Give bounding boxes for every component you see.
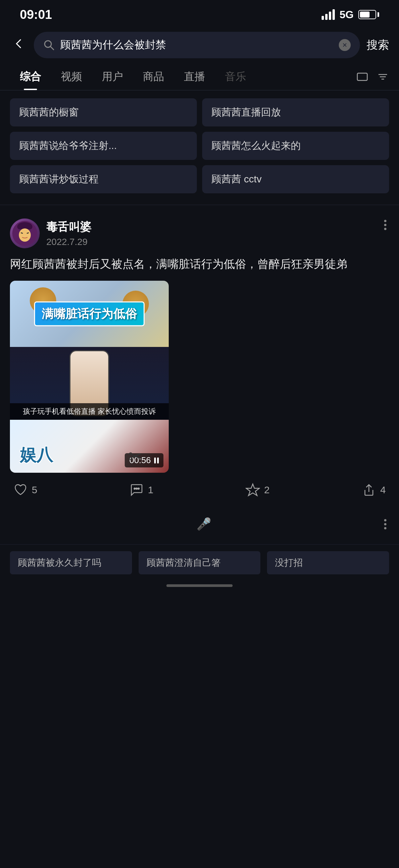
post-text: 网红顾茜茜被封后又被点名，满嘴脏话行为低俗，曾醉后狂亲男徒弟 — [10, 255, 389, 273]
like-action[interactable]: 5 — [13, 483, 37, 497]
battery-icon — [358, 10, 379, 19]
tab-音乐[interactable]: 音乐 — [215, 64, 256, 90]
bottom-tag-3[interactable]: 没打招 — [267, 551, 389, 575]
filter-icon[interactable] — [376, 70, 389, 83]
video-bottom-section: 娱八 ✂ 00:56 — [10, 420, 169, 473]
pause-icon — [154, 458, 159, 463]
mic-icon[interactable]: 🎤 — [197, 514, 211, 534]
status-icons: 5G — [322, 9, 379, 21]
svg-rect-2 — [357, 73, 367, 81]
video-bottom-text: 娱八 — [20, 444, 53, 466]
home-indicator — [166, 584, 233, 587]
bottom-bar: 🎤 — [0, 510, 399, 538]
video-middle-section: 孩子玩手机看低俗直播 家长忧心愤而投诉 — [10, 347, 169, 420]
suggestion-1[interactable]: 顾茜茜的橱窗 — [10, 98, 197, 126]
tab-视频[interactable]: 视频 — [51, 64, 92, 90]
search-button[interactable]: 搜索 — [367, 37, 389, 53]
share-icon — [362, 483, 376, 497]
tab-综合[interactable]: 综合 — [10, 64, 51, 90]
star-count: 2 — [264, 484, 270, 496]
like-count: 5 — [32, 484, 37, 496]
star-icon — [245, 483, 260, 497]
svg-line-1 — [51, 47, 54, 50]
star-action[interactable]: 2 — [245, 483, 270, 497]
suggestion-4[interactable]: 顾茜茜怎么火起来的 — [202, 132, 389, 160]
user-info: 毒舌叫婆 2022.7.29 — [46, 219, 91, 247]
svg-marker-14 — [246, 484, 259, 496]
svg-point-9 — [27, 224, 32, 229]
video-subtitle: 孩子玩手机看低俗直播 家长忧心愤而投诉 — [10, 403, 169, 420]
comment-action[interactable]: 1 — [129, 483, 154, 497]
status-bar: 09:01 5G — [0, 0, 399, 27]
post-header: 毒舌叫婆 2022.7.29 — [10, 218, 389, 248]
post-card: 毒舌叫婆 2022.7.29 网红顾茜茜被封后又被点名，满嘴脏话行为低俗，曾醉后… — [0, 209, 399, 510]
heart-icon — [13, 483, 28, 497]
scissors-icon: ✂ — [128, 447, 142, 466]
suggestion-2[interactable]: 顾茜茜直播回放 — [202, 98, 389, 126]
svg-point-13 — [138, 488, 139, 489]
clear-button[interactable]: × — [339, 39, 351, 51]
bottom-tag-1[interactable]: 顾茜茜被永久封了吗 — [10, 551, 132, 575]
suggestion-3[interactable]: 顾茜茜说给爷爷注射... — [10, 132, 197, 160]
bottom-preview: 顾茜茜被永久封了吗 顾茜茜澄清自己箸 没打招 — [0, 544, 399, 581]
comment-icon — [129, 483, 144, 497]
divider — [0, 205, 399, 205]
post-actions: 5 1 2 4 — [10, 473, 389, 500]
search-icon — [43, 39, 55, 51]
svg-point-8 — [17, 224, 23, 229]
username: 毒舌叫婆 — [46, 219, 91, 235]
post-more-button[interactable] — [381, 218, 389, 231]
search-area: 顾茜茜为什么会被封禁 × 搜索 — [0, 27, 399, 64]
post-date: 2022.7.29 — [46, 237, 91, 247]
signal-icon — [322, 9, 335, 20]
svg-point-11 — [134, 488, 135, 489]
bottom-tag-2[interactable]: 顾茜茜澄清自己箸 — [139, 551, 261, 575]
suggestions-grid: 顾茜茜的橱窗 顾茜茜直播回放 顾茜茜说给爷爷注射... 顾茜茜怎么火起来的 顾茜… — [0, 90, 399, 201]
share-action[interactable]: 4 — [362, 483, 386, 497]
back-button[interactable] — [10, 35, 27, 55]
avatar — [10, 218, 40, 248]
more-options-button[interactable] — [381, 518, 389, 531]
screen-icon[interactable] — [356, 70, 369, 83]
suggestion-5[interactable]: 顾茜茜讲炒饭过程 — [10, 165, 197, 193]
share-count: 4 — [380, 484, 386, 496]
video-title-overlay: 满嘴脏话行为低俗 — [34, 302, 144, 327]
video-thumbnail[interactable]: 满嘴脏话行为低俗 孩子玩手机看低俗直播 家长忧心愤而投诉 娱八 ✂ 00:56 — [10, 281, 169, 473]
suggestion-6[interactable]: 顾茜茜 cctv — [202, 165, 389, 193]
post-user: 毒舌叫婆 2022.7.29 — [10, 218, 91, 248]
tab-用户[interactable]: 用户 — [92, 64, 133, 90]
status-time: 09:01 — [20, 8, 52, 22]
comment-count: 1 — [148, 484, 154, 496]
tab-商品[interactable]: 商品 — [133, 64, 174, 90]
tab-icons — [356, 70, 389, 83]
network-type: 5G — [339, 9, 354, 21]
tabs-bar: 综合 视频 用户 商品 直播 音乐 — [0, 64, 399, 90]
search-box[interactable]: 顾茜茜为什么会被封禁 × — [34, 32, 360, 58]
search-query: 顾茜茜为什么会被封禁 — [60, 38, 333, 52]
tab-直播[interactable]: 直播 — [174, 64, 215, 90]
svg-point-10 — [19, 228, 31, 242]
svg-point-12 — [136, 488, 137, 489]
video-top-section: 满嘴脏话行为低俗 — [10, 281, 169, 347]
